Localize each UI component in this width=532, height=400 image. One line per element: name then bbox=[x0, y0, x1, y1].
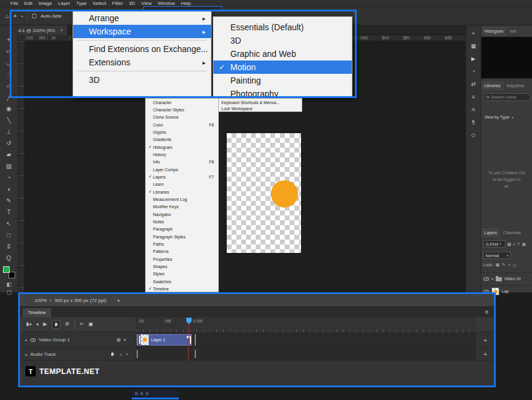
add-media-button[interactable]: + bbox=[484, 336, 487, 344]
lock-transparency-icon[interactable]: ▦ bbox=[496, 263, 500, 267]
paragraph-panel-icon[interactable]: ¶ bbox=[472, 119, 475, 126]
quick-mask-icon[interactable]: ◧ bbox=[7, 282, 12, 287]
marquee-tool[interactable]: ▭ bbox=[2, 45, 16, 57]
menu-item[interactable]: ✓ Timeline bbox=[146, 285, 218, 292]
menu-item[interactable]: ✓ Layers F7 bbox=[146, 173, 218, 180]
menubar-item[interactable]: Image bbox=[36, 0, 55, 7]
lock-all-icon[interactable]: ◻ bbox=[513, 263, 516, 267]
timeline-ruler[interactable]: 00 05f 1:00f bbox=[136, 317, 476, 332]
track-disclosure-icon[interactable] bbox=[25, 352, 27, 356]
menu-item[interactable]: Paragraph bbox=[146, 226, 218, 233]
move-tool-icon[interactable] bbox=[13, 13, 17, 19]
work-area-start-marker[interactable] bbox=[137, 334, 138, 346]
tab-histogram[interactable]: Histogram bbox=[481, 27, 507, 36]
properties-panel-icon[interactable]: ⇄ bbox=[471, 80, 476, 88]
3d-panel-icon[interactable]: ◇ bbox=[472, 131, 476, 139]
menu-item[interactable]: Notes bbox=[146, 218, 218, 225]
menubar-item[interactable]: Select bbox=[89, 0, 109, 7]
menu-item[interactable]: Styles bbox=[146, 270, 218, 278]
menu-item[interactable]: Patterns bbox=[146, 248, 218, 255]
menu-item[interactable]: Paths bbox=[146, 240, 218, 248]
track-disclosure-icon[interactable] bbox=[25, 338, 27, 342]
orange-ellipse-shape[interactable] bbox=[271, 180, 298, 208]
character-panel-icon[interactable]: A bbox=[472, 106, 475, 113]
taskbar-icon[interactable] bbox=[146, 392, 149, 395]
taskbar-icon[interactable] bbox=[135, 392, 138, 395]
actions-panel-icon[interactable]: ▶ bbox=[472, 55, 476, 62]
filter-type-icon[interactable]: T bbox=[517, 242, 520, 246]
menu-item[interactable]: ✓ Histogram bbox=[146, 143, 218, 151]
music-note-icon[interactable] bbox=[120, 352, 122, 357]
close-icon[interactable] bbox=[60, 27, 63, 33]
frame-options-icon[interactable]: ▣ bbox=[88, 322, 93, 327]
quick-selection-tool[interactable]: ◌ bbox=[2, 68, 16, 80]
eye-icon[interactable] bbox=[484, 277, 489, 281]
work-area-end-marker[interactable] bbox=[195, 350, 196, 358]
brush-tool[interactable]: ╲ bbox=[2, 114, 16, 126]
hand-tool[interactable]: ʬ bbox=[2, 241, 16, 252]
tab-info[interactable]: Info bbox=[507, 27, 520, 36]
zoom-level[interactable]: 100% bbox=[34, 298, 47, 303]
clone-stamp-tool[interactable]: ⊥ bbox=[2, 126, 16, 137]
menu-item-workspace[interactable]: Workspace bbox=[73, 25, 211, 38]
taskbar-icon[interactable] bbox=[140, 392, 143, 395]
work-area-end-marker[interactable] bbox=[195, 334, 196, 346]
color-panel-icon[interactable]: ▦ bbox=[471, 42, 476, 50]
menu-item[interactable]: Paragraph Styles bbox=[146, 233, 218, 240]
menubar-item[interactable]: Filter bbox=[109, 0, 126, 7]
menu-item[interactable]: Character Styles bbox=[146, 106, 218, 113]
menu-item-extensions[interactable]: Extensions bbox=[73, 56, 211, 69]
home-icon[interactable] bbox=[5, 13, 9, 19]
menu-item[interactable]: Swatches bbox=[146, 278, 218, 285]
menu-item[interactable]: Character bbox=[146, 99, 218, 106]
submenu-item-3d[interactable]: 3D bbox=[213, 34, 352, 47]
history-brush-tool[interactable]: ↺ bbox=[2, 137, 16, 149]
lock-paint-icon[interactable]: ✎ bbox=[502, 263, 505, 267]
screen-mode-icon[interactable]: ▢ bbox=[7, 290, 12, 295]
menu-item[interactable]: Info F8 bbox=[146, 159, 218, 166]
shape-tool[interactable]: □ bbox=[2, 229, 16, 241]
eye-icon[interactable] bbox=[30, 338, 36, 342]
status-arrow-icon[interactable] bbox=[118, 298, 120, 303]
audio-mute-button[interactable] bbox=[108, 350, 115, 358]
video-track-lane[interactable]: Layer 1 bbox=[136, 332, 476, 347]
settings-gear-icon[interactable]: ⚙ bbox=[65, 322, 70, 327]
eraser-tool[interactable]: ▰ bbox=[2, 149, 16, 160]
play-button[interactable]: ▶ bbox=[43, 322, 47, 327]
submenu-item-motion[interactable]: Motion bbox=[213, 61, 352, 74]
submenu-item-painting[interactable]: Painting bbox=[213, 74, 352, 87]
filter-shape-icon[interactable]: ▣ bbox=[522, 242, 526, 246]
menu-item[interactable]: ✓ Libraries bbox=[146, 188, 218, 195]
crop-tool[interactable]: ▱ bbox=[2, 80, 16, 91]
tab-timeline[interactable]: Timeline bbox=[22, 307, 52, 317]
eyedropper-tool[interactable]: ╱ bbox=[2, 91, 16, 103]
blend-mode-select[interactable]: Normal bbox=[483, 252, 511, 259]
work-area-start-marker[interactable] bbox=[137, 350, 138, 358]
split-clip-button[interactable]: ✂ bbox=[80, 322, 84, 327]
menubar-item[interactable]: Edit bbox=[21, 0, 36, 7]
lasso-tool[interactable]: ◡ bbox=[2, 57, 16, 68]
tab-libraries[interactable]: Libraries bbox=[481, 81, 504, 90]
menubar-item[interactable]: Layer bbox=[55, 0, 73, 7]
add-audio-button[interactable]: + bbox=[484, 350, 487, 358]
layer-filter-kind-dropdown[interactable]: Kind bbox=[483, 240, 505, 248]
zoom-tool[interactable]: Q bbox=[2, 252, 16, 264]
filter-adjustment-icon[interactable]: ◐ bbox=[513, 242, 516, 246]
foreground-color-swatch[interactable] bbox=[3, 266, 10, 273]
menu-item[interactable]: Layer Comps bbox=[146, 166, 218, 173]
pen-tool[interactable]: ✎ bbox=[2, 195, 16, 206]
collapse-panels-icon[interactable]: « bbox=[472, 30, 475, 37]
menu-item[interactable]: Color F6 bbox=[146, 121, 218, 128]
menu-item[interactable]: Glyphs bbox=[146, 128, 218, 136]
panel-menu-icon[interactable] bbox=[485, 309, 488, 315]
lock-move-icon[interactable]: + bbox=[508, 263, 510, 267]
layer1-clip[interactable]: Layer 1 bbox=[138, 334, 192, 346]
playhead[interactable] bbox=[186, 318, 192, 324]
library-search-input[interactable]: Search Librar bbox=[483, 93, 531, 101]
menu-item-lock-workspace[interactable]: Lock Workspace bbox=[213, 106, 302, 113]
document-canvas[interactable] bbox=[227, 133, 301, 253]
filmstrip-icon[interactable] bbox=[117, 338, 121, 343]
dodge-tool[interactable]: ◖ bbox=[2, 183, 16, 195]
tab-layers[interactable]: Layers bbox=[481, 228, 500, 237]
previous-frame-button[interactable]: ◂ bbox=[36, 322, 38, 327]
